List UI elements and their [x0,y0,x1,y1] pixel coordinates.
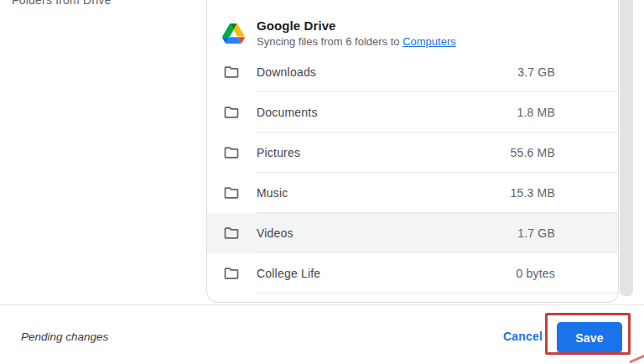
folder-icon [223,265,240,282]
folder-icon [223,144,240,161]
folder-icon [223,225,240,242]
folder-name: Downloads [257,65,316,79]
drive-title: Google Drive [257,18,456,33]
folder-size: 1.8 MB [517,106,555,119]
drive-subtitle: Syncing files from 6 folders to Computer… [257,35,456,48]
folder-name: Documents [257,106,318,119]
computers-link[interactable]: Computers [402,35,456,48]
scrollbar-thumb[interactable] [620,0,633,296]
drive-header-text: Google Drive Syncing files from 6 folder… [257,18,456,48]
folder-row[interactable]: Videos 1.7 GB [207,213,618,253]
folder-row[interactable]: College Life 0 bytes [207,253,618,294]
folder-row[interactable]: Music 15.3 MB [207,173,618,213]
folder-list: Downloads 3.7 GB Documents 1.8 MB Pictur… [207,52,618,294]
folder-size: 0 bytes [516,267,555,280]
folder-size: 15.3 MB [510,186,555,200]
folder-size: 3.7 GB [517,65,555,79]
folder-icon [223,104,240,121]
drive-settings-panel: Google Drive Syncing files from 6 folder… [206,0,619,303]
folder-row[interactable]: Documents 1.8 MB [207,92,618,133]
pending-changes-status: Pending changes [21,330,108,343]
folder-row[interactable]: Downloads 3.7 GB [207,52,618,92]
google-drive-logo-icon [222,23,245,44]
folder-icon [223,185,240,201]
folder-name: Videos [257,226,293,240]
folder-size: 55.6 MB [510,146,555,159]
drive-subtitle-text: Syncing files from 6 folders to [257,35,402,48]
drive-header: Google Drive Syncing files from 6 folder… [222,18,618,48]
folder-size: 1.7 GB [517,226,555,240]
folder-name: Music [257,186,288,200]
sidebar-section-label: Folders from Drive [12,0,112,7]
footer-bar: Pending changes Cancel [0,304,644,364]
cancel-button[interactable]: Cancel [503,330,543,343]
save-button[interactable]: Save [557,322,622,353]
folder-icon [223,64,240,81]
folder-name: College Life [257,267,320,280]
folder-name: Pictures [257,146,300,159]
folder-row[interactable]: Pictures 55.6 MB [207,133,618,173]
